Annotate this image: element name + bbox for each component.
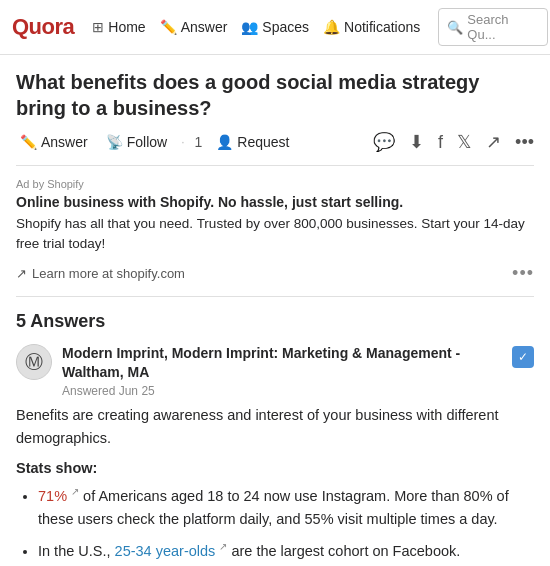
instagram-stat-link[interactable]: 71% [38, 488, 67, 504]
action-bar: ✏️ Answer 📡 Follow · 1 👤 Request 💬 ⬇ f 𝕏… [16, 131, 534, 166]
question-title: What benefits does a good social media s… [16, 69, 534, 121]
external-link-icon: ↗ [16, 266, 27, 281]
external-link-icon-1: ↗ [71, 486, 79, 497]
ad-section: Ad by Shopify Online business with Shopi… [16, 166, 534, 297]
comment-icon[interactable]: 💬 [373, 131, 395, 153]
facebook-icon[interactable]: f [438, 132, 443, 153]
ad-more-button[interactable]: ••• [512, 263, 534, 284]
bullet-1-text: of Americans aged 18 to 24 now use Insta… [38, 488, 509, 527]
nav-notifications[interactable]: 🔔 Notifications [323, 19, 420, 35]
nav-spaces[interactable]: 👥 Spaces [241, 19, 309, 35]
avatar: Ⓜ [16, 344, 52, 380]
answer-button[interactable]: ✏️ Answer [16, 132, 92, 152]
main-content: What benefits does a good social media s… [0, 55, 550, 566]
answerer-name: Modern Imprint, Modern Imprint: Marketin… [62, 344, 502, 383]
answerer-date: Answered Jun 25 [62, 384, 502, 398]
answerer-row: Ⓜ Modern Imprint, Modern Imprint: Market… [16, 344, 534, 398]
nav-spaces-label: Spaces [262, 19, 309, 35]
ad-label: Ad by Shopify [16, 178, 534, 190]
quora-logo[interactable]: Quora [12, 14, 74, 40]
stats-label: Stats show: [16, 460, 534, 476]
top-navigation: Quora ⊞ Home ✏️ Answer 👥 Spaces 🔔 Notifi… [0, 0, 550, 55]
answerer-info: Modern Imprint, Modern Imprint: Marketin… [62, 344, 502, 398]
ad-headline: Online business with Shopify. No hassle,… [16, 194, 534, 210]
list-item: In the U.S., 25-34 year-olds ↗ are the l… [38, 539, 534, 563]
bullet-list: 71% ↗ of Americans aged 18 to 24 now use… [16, 484, 534, 563]
follow-divider: · [181, 135, 184, 149]
search-icon: 🔍 [447, 20, 463, 35]
request-button[interactable]: 👤 Request [212, 132, 293, 152]
search-bar[interactable]: 🔍 Search Qu... [438, 8, 548, 46]
nav-notifications-label: Notifications [344, 19, 420, 35]
follow-icon: 📡 [106, 134, 123, 150]
follow-label: Follow [127, 134, 167, 150]
external-link-icon-2: ↗ [219, 541, 227, 552]
answers-heading: 5 Answers [16, 311, 534, 332]
nav-items: ⊞ Home ✏️ Answer 👥 Spaces 🔔 Notification… [92, 19, 420, 35]
search-placeholder: Search Qu... [467, 12, 539, 42]
answer-btn-icon: ✏️ [20, 134, 37, 150]
spaces-icon: 👥 [241, 19, 258, 35]
request-icon: 👤 [216, 134, 233, 150]
follow-count: 1 [195, 134, 203, 150]
share-icon[interactable]: ↗ [486, 131, 501, 153]
nav-home-label: Home [108, 19, 145, 35]
reaction-row: 💬 ⬇ f 𝕏 ↗ ••• [373, 131, 534, 153]
ad-link-row: ↗ Learn more at shopify.com ••• [16, 263, 534, 284]
follow-button[interactable]: 📡 Follow [102, 132, 171, 152]
answer-intro: Benefits are creating awareness and inte… [16, 404, 534, 450]
ad-link-text: Learn more at shopify.com [32, 266, 185, 281]
answer-icon: ✏️ [160, 19, 177, 35]
more-icon[interactable]: ••• [515, 132, 534, 153]
request-label: Request [237, 134, 289, 150]
verified-icon: ✓ [512, 346, 534, 368]
bullet-2-before: In the U.S., [38, 543, 115, 559]
nav-answer[interactable]: ✏️ Answer [160, 19, 228, 35]
downvote-icon[interactable]: ⬇ [409, 131, 424, 153]
answer-btn-label: Answer [41, 134, 88, 150]
twitter-icon[interactable]: 𝕏 [457, 131, 472, 153]
bullet-2-after: are the largest cohort on Facebook. [231, 543, 460, 559]
home-icon: ⊞ [92, 19, 104, 35]
ad-link[interactable]: ↗ Learn more at shopify.com [16, 266, 185, 281]
nav-answer-label: Answer [181, 19, 228, 35]
facebook-stat-link[interactable]: 25-34 year-olds [115, 543, 216, 559]
bell-icon: 🔔 [323, 19, 340, 35]
nav-home[interactable]: ⊞ Home [92, 19, 145, 35]
svg-text:Ⓜ: Ⓜ [25, 352, 43, 372]
list-item: 71% ↗ of Americans aged 18 to 24 now use… [38, 484, 534, 531]
ad-body: Shopify has all that you need. Trusted b… [16, 214, 534, 255]
verified-symbol: ✓ [518, 350, 528, 364]
